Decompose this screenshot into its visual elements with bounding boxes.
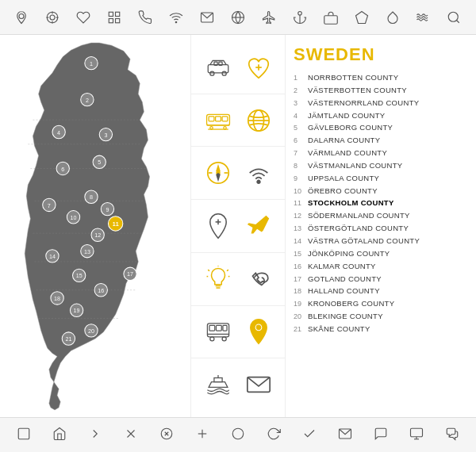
svg-text:15: 15 bbox=[76, 273, 83, 279]
svg-text:19: 19 bbox=[74, 308, 80, 314]
county-name: VÄSTMANLAND COUNTY bbox=[308, 159, 402, 172]
icon-row-5 bbox=[191, 253, 285, 306]
county-number: 9 bbox=[294, 173, 308, 185]
county-name: ÖREBRO COUNTY bbox=[308, 185, 378, 197]
svg-point-72 bbox=[209, 71, 213, 75]
plane-icon[interactable] bbox=[258, 6, 280, 29]
car-icon bbox=[201, 50, 236, 85]
county-list-item: 15JÖNKÖPING COUNTY bbox=[294, 247, 468, 260]
svg-text:5: 5 bbox=[98, 159, 101, 166]
county-name: ÖSTERGÖTLAND COUNTY bbox=[308, 222, 409, 235]
chat-icon[interactable] bbox=[374, 427, 388, 444]
medical-heart-icon bbox=[241, 50, 276, 85]
county-number: 10 bbox=[294, 186, 308, 197]
county-name: JÖNKÖPING COUNTY bbox=[308, 247, 390, 260]
svg-text:9: 9 bbox=[106, 207, 109, 213]
bag-icon[interactable] bbox=[320, 6, 342, 29]
svg-point-125 bbox=[232, 428, 244, 439]
monitor-icon[interactable] bbox=[409, 427, 424, 444]
county-name: GÄVLEBORG COUNTY bbox=[308, 121, 393, 134]
county-list-item: 20BLEKINGE COUNTY bbox=[294, 310, 468, 323]
county-list-item: 18HALLAND COUNTY bbox=[294, 285, 468, 297]
svg-point-73 bbox=[222, 71, 226, 75]
svg-point-109 bbox=[209, 337, 213, 341]
arrow-right-icon[interactable] bbox=[88, 427, 102, 444]
svg-text:11: 11 bbox=[113, 221, 119, 228]
svg-point-2 bbox=[50, 15, 55, 20]
svg-point-95 bbox=[257, 181, 260, 184]
waves-icon[interactable] bbox=[412, 6, 434, 29]
county-list-item: 13ÖSTERGÖTLAND COUNTY bbox=[294, 222, 468, 235]
county-number: 13 bbox=[294, 223, 308, 235]
svg-text:20: 20 bbox=[88, 328, 94, 335]
county-list-item: 11STOCKHOLM COUNTY bbox=[294, 197, 468, 209]
county-name: JÄMTLAND COUNTY bbox=[308, 109, 385, 122]
globe-icon[interactable] bbox=[227, 6, 249, 29]
refresh-icon[interactable] bbox=[267, 427, 281, 444]
county-number: 4 bbox=[294, 110, 308, 122]
square-bottom-icon[interactable] bbox=[17, 427, 31, 444]
mail-icon[interactable] bbox=[196, 6, 218, 29]
svg-text:2: 2 bbox=[86, 98, 89, 104]
mail-bottom-icon[interactable] bbox=[338, 427, 352, 444]
county-number: 11 bbox=[294, 197, 308, 209]
county-name: VÄSTERNORRLAND COUNTY bbox=[308, 97, 419, 109]
lightbulb-icon bbox=[201, 262, 236, 297]
svg-point-19 bbox=[449, 12, 459, 21]
icon-row-3 bbox=[191, 147, 285, 200]
county-name: KALMAR COUNTY bbox=[308, 260, 376, 273]
county-number: 14 bbox=[294, 236, 308, 247]
plus-icon[interactable] bbox=[195, 427, 209, 444]
search-icon[interactable] bbox=[443, 6, 465, 29]
grid-icon[interactable] bbox=[103, 6, 125, 29]
county-number: 20 bbox=[294, 311, 308, 323]
svg-text:21: 21 bbox=[65, 336, 71, 343]
pin-icon[interactable] bbox=[10, 6, 33, 29]
top-toolbar bbox=[0, 0, 476, 35]
target-icon[interactable] bbox=[41, 6, 63, 29]
svg-rect-114 bbox=[213, 378, 221, 382]
county-name: VÄSTERBOTTEN COUNTY bbox=[308, 84, 407, 97]
svg-rect-8 bbox=[116, 12, 120, 16]
county-list-item: 10ÖREBRO COUNTY bbox=[294, 185, 468, 197]
heart-icon[interactable] bbox=[72, 6, 94, 29]
svg-text:12: 12 bbox=[94, 232, 101, 239]
county-list-item: 17GOTLAND COUNTY bbox=[294, 273, 468, 285]
svg-line-20 bbox=[457, 20, 459, 22]
county-list-item: 12SÖDERMANLAND COUNTY bbox=[294, 209, 468, 222]
svg-rect-107 bbox=[216, 326, 221, 331]
county-number: 5 bbox=[294, 122, 308, 134]
anchor-icon[interactable] bbox=[289, 6, 311, 29]
wifi-icon[interactable] bbox=[165, 6, 187, 29]
home-icon[interactable] bbox=[52, 427, 67, 444]
icon-row-1 bbox=[191, 41, 285, 94]
county-name: DALARNA COUNTY bbox=[308, 134, 380, 147]
svg-rect-127 bbox=[410, 428, 422, 437]
county-list-item: 16KALMAR COUNTY bbox=[294, 260, 468, 273]
diamond-icon[interactable] bbox=[351, 6, 373, 29]
svg-text:10: 10 bbox=[71, 215, 77, 221]
county-list-item: 5GÄVLEBORG COUNTY bbox=[294, 121, 468, 134]
x-icon[interactable] bbox=[124, 427, 138, 444]
county-name: HALLAND COUNTY bbox=[308, 285, 380, 297]
county-name: BLEKINGE COUNTY bbox=[308, 310, 383, 323]
county-name: NORRBOTTEN COUNTY bbox=[308, 71, 398, 84]
svg-rect-9 bbox=[109, 18, 113, 22]
county-number: 3 bbox=[294, 98, 308, 109]
circle-bottom-icon[interactable] bbox=[231, 427, 245, 444]
svg-line-101 bbox=[208, 270, 209, 271]
county-list: 1NORRBOTTEN COUNTY2VÄSTERBOTTEN COUNTY3V… bbox=[294, 71, 468, 335]
county-number: 7 bbox=[294, 147, 308, 159]
icon-row-4 bbox=[191, 200, 285, 253]
medical-pin-icon bbox=[201, 209, 236, 243]
svg-marker-91 bbox=[216, 164, 221, 173]
check-icon[interactable] bbox=[302, 427, 317, 444]
county-name: UPPSALA COUNTY bbox=[308, 172, 379, 185]
svg-point-11 bbox=[175, 21, 177, 23]
x2-icon[interactable] bbox=[159, 427, 174, 444]
county-number: 21 bbox=[294, 324, 308, 335]
phone-icon[interactable] bbox=[134, 6, 156, 29]
svg-point-110 bbox=[222, 337, 226, 341]
drop-icon[interactable] bbox=[382, 6, 404, 29]
chat2-icon[interactable] bbox=[445, 427, 459, 444]
